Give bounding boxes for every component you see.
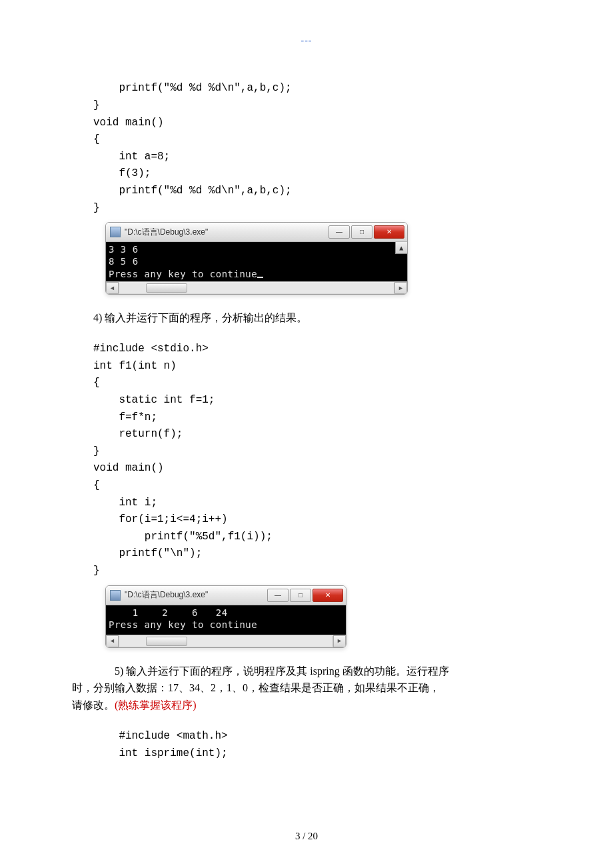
- scroll-right-button[interactable]: ►: [333, 635, 346, 647]
- code-block-1: printf("%d %d %d\n",a,b,c); } void main(…: [93, 80, 520, 217]
- minimize-button[interactable]: —: [267, 589, 289, 602]
- titlebar: "D:\c语言\Debug\3.exe" — □ ✕: [106, 223, 407, 242]
- code-block-2: #include <stdio.h> int f1(int n) { stati…: [93, 341, 520, 579]
- window-title: "D:\c语言\Debug\3.exe": [125, 226, 327, 239]
- maximize-button[interactable]: □: [351, 225, 372, 239]
- cursor-icon: [257, 277, 263, 278]
- window-title: "D:\c语言\Debug\3.exe": [125, 589, 266, 601]
- scroll-left-button[interactable]: ◄: [106, 282, 119, 294]
- horizontal-scrollbar[interactable]: ◄ ►: [106, 281, 407, 294]
- window-buttons: — □ ✕: [266, 589, 343, 602]
- app-icon: [110, 590, 121, 601]
- window-buttons: — □ ✕: [327, 225, 404, 239]
- scroll-right-button[interactable]: ►: [394, 282, 407, 294]
- page-number: 3 / 20: [0, 828, 613, 844]
- close-button[interactable]: ✕: [312, 589, 343, 602]
- section-5-text-3b: (熟练掌握该程序): [115, 699, 197, 711]
- app-icon: [110, 227, 121, 237]
- section-5-paragraph: 5) 输入并运行下面的程序，说明程序及其 ispring 函数的功能。运行程序 …: [93, 663, 520, 714]
- console-output: 1 2 6 24 Press any key to continue: [106, 605, 346, 635]
- section-5-text-3a: 请修改。: [72, 699, 115, 711]
- console-window-1: "D:\c语言\Debug\3.exe" — □ ✕ 3 3 6 8 5 6 P…: [105, 222, 408, 295]
- titlebar: "D:\c语言\Debug\3.exe" — □ ✕: [106, 586, 346, 605]
- scroll-track[interactable]: [119, 283, 394, 293]
- code-block-3: #include <math.h> int isprime(int);: [93, 728, 520, 762]
- scroll-track[interactable]: [119, 636, 333, 647]
- scroll-thumb[interactable]: [146, 283, 187, 293]
- section-4-heading: 4) 输入并运行下面的程序，分析输出的结果。: [93, 309, 520, 327]
- section-5-text-1: 5) 输入并运行下面的程序，说明程序及其 ispring 函数的功能。运行程序: [115, 665, 449, 677]
- console-text: 3 3 6 8 5 6 Press any key to continue: [109, 244, 257, 279]
- maximize-button[interactable]: □: [290, 589, 311, 602]
- scroll-thumb[interactable]: [146, 637, 187, 646]
- minimize-button[interactable]: —: [328, 225, 350, 239]
- header-marks: ---: [93, 33, 520, 48]
- close-button[interactable]: ✕: [374, 225, 404, 239]
- console-window-2: "D:\c语言\Debug\3.exe" — □ ✕ 1 2 6 24 Pres…: [105, 585, 346, 648]
- scroll-up-button[interactable]: ▲: [395, 242, 407, 254]
- console-text: 1 2 6 24 Press any key to continue: [109, 607, 257, 630]
- console-output: 3 3 6 8 5 6 Press any key to continue▲: [106, 242, 407, 281]
- section-5-text-2: 时，分别输入数据：17、34、2，1、0，检查结果是否正确，如果结果不正确，: [72, 682, 440, 693]
- scroll-left-button[interactable]: ◄: [106, 635, 119, 647]
- horizontal-scrollbar[interactable]: ◄ ►: [106, 635, 346, 647]
